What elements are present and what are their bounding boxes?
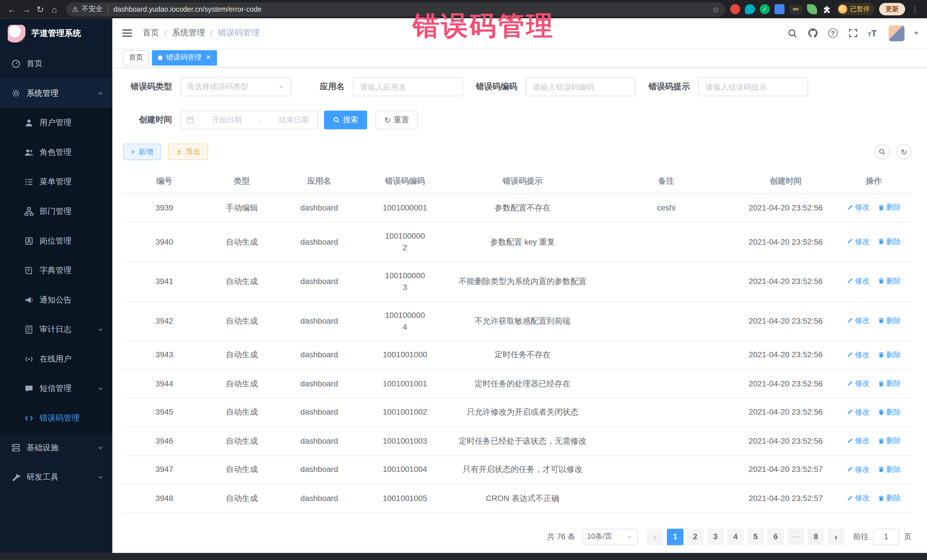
cell-ops: 修改 删除 xyxy=(835,398,913,426)
logo-image xyxy=(8,25,25,42)
user-avatar[interactable] xyxy=(889,25,904,41)
error-code-input[interactable] xyxy=(526,77,636,96)
more-pages-button[interactable]: ··· xyxy=(787,528,804,545)
page-button-8[interactable]: 8 xyxy=(807,528,824,545)
cell-code: 1001001005 xyxy=(360,484,449,513)
gear-icon xyxy=(11,89,21,98)
forward-icon[interactable]: → xyxy=(19,2,33,16)
edit-link[interactable]: 修改 xyxy=(846,349,870,360)
add-button[interactable]: + 新增 xyxy=(123,143,161,160)
overflow-menu-icon[interactable]: ⋮ xyxy=(910,5,920,14)
sidebar-item-error-code-mgmt[interactable]: 错误码管理 xyxy=(0,404,112,433)
extension-on-badge[interactable]: on xyxy=(789,5,802,14)
update-button[interactable]: 更新 xyxy=(879,3,905,15)
page-button-2[interactable]: 2 xyxy=(687,528,704,545)
delete-link[interactable]: 删除 xyxy=(878,435,901,446)
refresh-table-button[interactable]: ↻ xyxy=(896,144,912,159)
sidebar-item-dept-mgmt[interactable]: 部门管理 xyxy=(0,197,112,226)
sidebar-item-online-users[interactable]: 在线用户 xyxy=(0,344,112,374)
sidebar-item-audit-log[interactable]: 审计日志 xyxy=(0,315,112,344)
delete-link[interactable]: 删除 xyxy=(878,349,901,360)
sidebar-item-dict-mgmt[interactable]: 字典管理 xyxy=(0,256,112,285)
cell-msg: 定时任务已经处于该状态，无需修改 xyxy=(449,427,596,455)
edit-link[interactable]: 修改 xyxy=(846,275,870,287)
sidebar-item-user-mgmt[interactable]: 用户管理 xyxy=(0,108,112,138)
extension-icon-drop[interactable] xyxy=(745,4,755,14)
close-icon[interactable]: ✕ xyxy=(205,55,211,61)
tab-home[interactable]: 首页 xyxy=(123,50,149,65)
reset-button[interactable]: ↻ 重置 xyxy=(375,110,418,129)
help-icon[interactable]: ? xyxy=(827,28,838,38)
cell-id: 3942 xyxy=(123,301,206,341)
page-size-select[interactable]: 10条/页 xyxy=(582,528,638,545)
edit-link[interactable]: 修改 xyxy=(846,378,870,389)
search-icon[interactable] xyxy=(787,28,798,38)
sidebar-item-infra[interactable]: 基础设施 xyxy=(0,433,112,463)
sidebar-item-post-mgmt[interactable]: 岗位管理 xyxy=(0,226,112,256)
delete-link[interactable]: 删除 xyxy=(878,275,901,287)
extension-icon-red[interactable] xyxy=(730,4,740,14)
delete-link[interactable]: 删除 xyxy=(878,315,901,326)
extension-icon-check[interactable]: ✓ xyxy=(760,4,769,14)
address-bar[interactable]: ⚠ 不安全 dashboard.yudao.iocoder.cn/system/… xyxy=(66,2,725,16)
extension-icon-leaf[interactable] xyxy=(807,4,817,14)
extension-icon-grid[interactable] xyxy=(774,4,784,14)
edit-link[interactable]: 修改 xyxy=(846,235,870,247)
edit-link[interactable]: 修改 xyxy=(846,406,870,418)
delete-link[interactable]: 删除 xyxy=(878,235,901,247)
next-page-button[interactable]: › xyxy=(828,528,844,545)
hamburger-icon[interactable] xyxy=(121,27,133,39)
sidebar-logo[interactable]: 芋道管理系统 xyxy=(0,18,112,49)
sidebar-item-home[interactable]: 首页 xyxy=(0,49,112,79)
delete-link[interactable]: 删除 xyxy=(878,201,901,213)
edit-link[interactable]: 修改 xyxy=(846,463,870,475)
delete-link[interactable]: 删除 xyxy=(878,378,901,389)
error-type-select[interactable]: 请选择错误码类型 xyxy=(180,77,292,96)
puzzle-icon[interactable] xyxy=(822,4,832,14)
page-button-1[interactable]: 1 xyxy=(667,528,684,545)
date-range-picker[interactable]: 开始日期 - 结束日期 xyxy=(180,110,318,129)
prev-page-button[interactable]: ‹ xyxy=(647,528,663,545)
export-button[interactable]: 导出 xyxy=(168,143,208,160)
page-button-4[interactable]: 4 xyxy=(727,528,744,545)
toggle-search-button[interactable] xyxy=(874,144,890,159)
page-button-3[interactable]: 3 xyxy=(707,528,723,545)
goto-page-input[interactable] xyxy=(873,528,899,545)
delete-link[interactable]: 删除 xyxy=(878,492,901,504)
page-button-6[interactable]: 6 xyxy=(767,528,784,545)
tab-error-code[interactable]: 错误码管理 ✕ xyxy=(152,50,217,65)
reload-icon[interactable]: ↻ xyxy=(33,2,47,16)
delete-link[interactable]: 删除 xyxy=(878,463,901,475)
sms-icon xyxy=(24,384,33,393)
fullscreen-icon[interactable] xyxy=(848,28,858,38)
code-icon xyxy=(24,413,33,423)
error-msg-input[interactable] xyxy=(698,77,808,96)
sidebar-item-role-mgmt[interactable]: 角色管理 xyxy=(0,138,112,167)
sidebar-item-notice-mgmt[interactable]: 通知公告 xyxy=(0,285,112,315)
profile-paused-chip[interactable]: 已暂停 xyxy=(837,3,874,15)
edit-link[interactable]: 修改 xyxy=(846,492,870,504)
cell-app: dashboard xyxy=(278,341,360,369)
breadcrumb-home[interactable]: 首页 xyxy=(143,28,159,38)
home-icon[interactable]: ⌂ xyxy=(47,2,62,16)
extensions-area: ✓ on 已暂停 更新 ⋮ xyxy=(730,3,922,15)
search-button[interactable]: 搜索 xyxy=(324,110,367,129)
edit-link[interactable]: 修改 xyxy=(846,435,870,446)
caret-down-icon[interactable] xyxy=(914,32,919,35)
sidebar-item-dev-tools[interactable]: 研发工具 xyxy=(0,463,112,492)
cell-type: 自动生成 xyxy=(206,484,278,513)
sidebar-item-sms-mgmt[interactable]: 短信管理 xyxy=(0,374,112,404)
sidebar-item-menu-mgmt[interactable]: 菜单管理 xyxy=(0,167,112,197)
font-size-icon[interactable]: TT xyxy=(868,29,877,37)
github-icon[interactable] xyxy=(807,28,818,38)
breadcrumb-system[interactable]: 系统管理 xyxy=(172,28,205,38)
app-name-input[interactable] xyxy=(353,77,463,96)
edit-link[interactable]: 修改 xyxy=(846,315,870,326)
edit-link[interactable]: 修改 xyxy=(846,201,870,213)
sidebar-item-system[interactable]: 系统管理 xyxy=(0,79,112,108)
cell-code: 100100000 4 xyxy=(360,301,449,341)
bookmark-star-icon[interactable]: ☆ xyxy=(712,5,719,14)
page-button-5[interactable]: 5 xyxy=(747,528,764,545)
back-icon[interactable]: ← xyxy=(5,2,19,16)
delete-link[interactable]: 删除 xyxy=(878,406,901,418)
